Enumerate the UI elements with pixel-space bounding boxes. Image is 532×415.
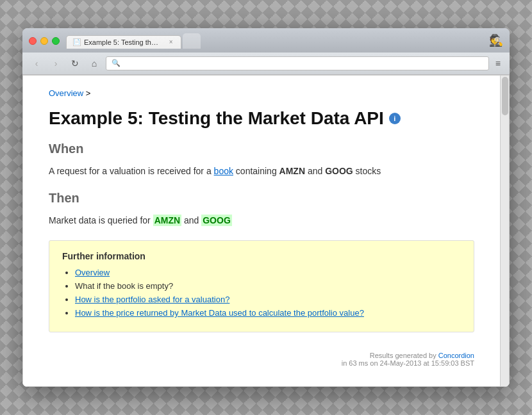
scrollbar[interactable] [500, 76, 509, 387]
maximize-button[interactable] [52, 37, 60, 45]
active-tab[interactable]: 📄 Example 5: Testing the Ma... × [66, 35, 181, 49]
portfolio-valuation-link[interactable]: How is the portfolio asked for a valuati… [75, 295, 229, 304]
then-amzn-text: AMZN [153, 215, 181, 226]
tab-favicon: 📄 [73, 38, 81, 46]
traffic-lights [29, 37, 60, 45]
scrollbar-thumb[interactable] [502, 77, 508, 115]
further-info-box: Further information Overview What if the… [49, 240, 474, 332]
back-icon: ‹ [35, 58, 38, 69]
address-input[interactable] [123, 59, 483, 68]
amzn-text: AMZN [279, 166, 305, 176]
further-info-list: Overview What if the book is empty? How … [62, 268, 461, 318]
nav-bar: ‹ › ↻ ⌂ 🔍 ≡ [22, 53, 510, 75]
list-item: How is the price returned by Market Data… [75, 308, 461, 318]
info-icon[interactable]: i [389, 113, 401, 124]
then-body: Market data is queried for AMZN and GOOG [49, 213, 474, 227]
concordion-link[interactable]: Concordion [438, 352, 474, 359]
search-icon: 🔍 [112, 59, 121, 67]
book-link[interactable]: book [214, 166, 233, 176]
footer-text: Results generated by Concordion in 63 ms… [49, 345, 474, 367]
home-icon: ⌂ [92, 58, 97, 69]
reload-icon: ↻ [71, 58, 79, 69]
when-body: A request for a valuation is received fo… [49, 164, 474, 178]
page-inner: Overview > Example 5: Testing the Market… [23, 76, 500, 387]
minimize-button[interactable] [40, 37, 48, 45]
list-item: How is the portfolio asked for a valuati… [75, 295, 461, 304]
page-wrapper: Overview > Example 5: Testing the Market… [22, 75, 510, 387]
home-button[interactable]: ⌂ [87, 56, 102, 71]
tab-bar: 📄 Example 5: Testing the Ma... × [66, 33, 489, 49]
page-content: Overview > Example 5: Testing the Market… [23, 76, 500, 387]
browser-window: 📄 Example 5: Testing the Ma... × 🕵 ‹ › ↻… [22, 28, 510, 387]
forward-button[interactable]: › [48, 56, 63, 71]
overview-further-link[interactable]: Overview [75, 268, 110, 277]
forward-icon: › [54, 58, 58, 69]
spy-icon: 🕵 [489, 33, 503, 47]
new-tab-button[interactable] [183, 33, 201, 49]
address-bar[interactable]: 🔍 [106, 56, 489, 70]
close-button[interactable] [29, 37, 37, 45]
breadcrumb: Overview > [49, 88, 474, 98]
then-goog-text: GOOG [201, 215, 232, 226]
menu-icon[interactable]: ≡ [493, 57, 503, 70]
when-heading: When [49, 142, 474, 156]
tab-close-icon[interactable]: × [167, 38, 174, 46]
goog-text: GOOG [325, 166, 353, 176]
then-heading: Then [49, 191, 474, 206]
list-item: What if the book is empty? [75, 281, 461, 291]
further-info-title: Further information [62, 251, 461, 261]
tab-title: Example 5: Testing the Ma... [84, 38, 162, 46]
back-button[interactable]: ‹ [29, 56, 44, 71]
price-calculation-link[interactable]: How is the price returned by Market Data… [75, 308, 364, 318]
reload-button[interactable]: ↻ [67, 56, 83, 71]
overview-link[interactable]: Overview [49, 88, 83, 98]
page-title: Example 5: Testing the Market Data API i [49, 108, 474, 129]
title-bar: 📄 Example 5: Testing the Ma... × 🕵 [22, 28, 510, 53]
list-item: Overview [75, 268, 461, 277]
